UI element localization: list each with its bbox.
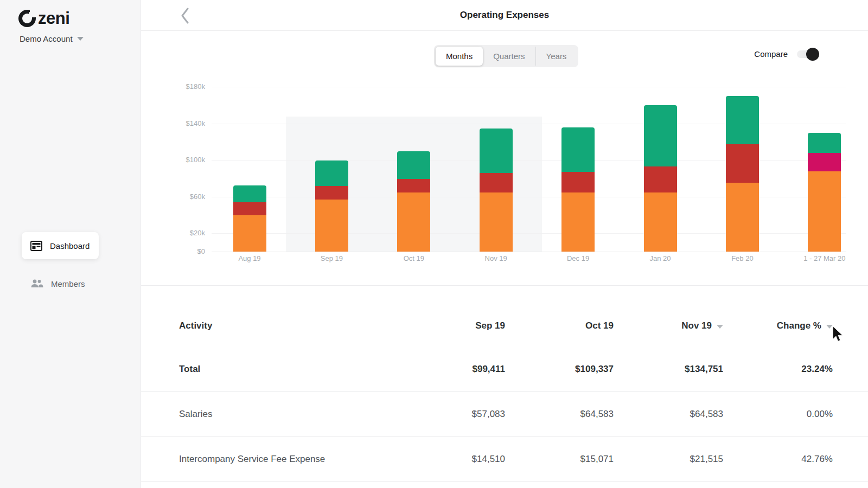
- bar-segment-aug-19[interactable]: [233, 202, 266, 215]
- tab-years[interactable]: Years: [535, 47, 577, 66]
- back-button[interactable]: [177, 7, 193, 25]
- value-cell: $15,071: [505, 454, 614, 465]
- value-cell: $21,515: [614, 454, 723, 465]
- bar-segment-1---27-mar-20[interactable]: [808, 153, 841, 171]
- bar-segment-1---27-mar-20[interactable]: [808, 133, 841, 152]
- activity-cell: Intercompany Service Fee Expense: [179, 454, 397, 465]
- bar-segment-dec-19[interactable]: [561, 127, 595, 172]
- tab-quarters[interactable]: Quarters: [483, 47, 535, 66]
- activity-cell: Salaries: [179, 409, 397, 420]
- value-cell: $14,510: [397, 454, 505, 465]
- value-cell: $64,583: [505, 409, 614, 420]
- table-header-cell-change--[interactable]: Change %: [723, 320, 833, 331]
- y-axis-tick-label: $60k: [163, 192, 205, 201]
- column-header-label: Change %: [777, 320, 821, 331]
- bar-segment-dec-19[interactable]: [561, 172, 595, 192]
- table-body: Total$99,411$109,337$134,75123.24%Salari…: [141, 347, 868, 482]
- gridline: [212, 87, 846, 87]
- y-axis-tick-label: $20k: [163, 229, 205, 237]
- zeni-logo: zeni: [18, 9, 69, 28]
- value-cell: $64,583: [614, 409, 723, 420]
- page-title: Operating Expenses: [460, 10, 549, 21]
- table-header-cell-sep-19: Sep 19: [397, 320, 505, 331]
- column-header-label: Sep 19: [475, 320, 505, 331]
- x-axis-tick-label: Dec 19: [535, 254, 622, 262]
- sort-caret-icon: [717, 325, 723, 329]
- x-axis-tick-label: Aug 19: [206, 254, 293, 262]
- sidebar-item-dashboard[interactable]: Dashboard: [22, 232, 99, 259]
- account-name: Demo Account: [20, 34, 73, 43]
- bar-segment-dec-19[interactable]: [561, 192, 595, 252]
- members-icon: [30, 279, 43, 288]
- bar-segment-1---27-mar-20[interactable]: [808, 171, 841, 252]
- compare-toggle[interactable]: [797, 50, 818, 58]
- sidebar-item-label: Members: [51, 279, 85, 288]
- value-cell: $99,411: [397, 364, 505, 375]
- value-cell: 23.24%: [723, 364, 833, 375]
- main-content: Operating Expenses MonthsQuartersYears C…: [141, 0, 868, 488]
- value-cell: $57,083: [397, 409, 505, 420]
- value-cell: $134,751: [614, 364, 723, 375]
- activity-cell: Total: [179, 364, 397, 375]
- topbar: Operating Expenses: [141, 0, 868, 31]
- gridline: [212, 252, 846, 252]
- table-header-cell-nov-19[interactable]: Nov 19: [614, 320, 723, 331]
- bar-segment-nov-19[interactable]: [480, 173, 513, 192]
- table-row-salaries[interactable]: Salaries$57,083$64,583$64,5830.00%: [141, 392, 868, 437]
- zeni-logo-text: zeni: [38, 9, 69, 28]
- bar-segment-oct-19[interactable]: [397, 192, 430, 252]
- x-axis-tick-label: 1 - 27 Mar 20: [781, 254, 868, 262]
- x-axis-tick-label: Nov 19: [452, 254, 539, 262]
- bar-segment-jan-20[interactable]: [644, 105, 677, 166]
- bar-segment-jan-20[interactable]: [644, 166, 677, 192]
- toggle-knob: [806, 48, 819, 61]
- sidebar: zeni Demo Account Dashboard Members: [0, 0, 141, 488]
- x-axis-tick-label: Feb 20: [699, 254, 786, 262]
- sort-caret-icon: [826, 325, 833, 329]
- sidebar-item-members[interactable]: Members: [30, 275, 85, 292]
- value-cell: 0.00%: [723, 409, 833, 420]
- bar-segment-sep-19[interactable]: [315, 186, 348, 199]
- bar-segment-feb-20[interactable]: [726, 183, 759, 252]
- compare-label: Compare: [754, 49, 788, 59]
- value-cell: $109,337: [505, 364, 614, 375]
- dashboard-icon: [30, 241, 42, 251]
- sidebar-item-label: Dashboard: [50, 241, 90, 251]
- bar-segment-oct-19[interactable]: [397, 151, 430, 178]
- compare-control: Compare: [754, 49, 818, 59]
- expenses-table: ActivitySep 19Oct 19Nov 19Change % Total…: [141, 286, 868, 482]
- account-selector[interactable]: Demo Account: [20, 34, 84, 43]
- column-header-label: Oct 19: [585, 320, 614, 331]
- y-axis-tick-label: $140k: [163, 119, 205, 127]
- bar-segment-jan-20[interactable]: [644, 192, 677, 252]
- bar-segment-aug-19[interactable]: [233, 215, 266, 252]
- bar-segment-feb-20[interactable]: [726, 144, 759, 183]
- x-axis-tick-label: Sep 19: [288, 254, 375, 262]
- chevron-left-icon: [181, 8, 189, 24]
- bar-segment-sep-19[interactable]: [315, 160, 348, 186]
- bar-segment-sep-19[interactable]: [315, 200, 348, 252]
- bar-segment-oct-19[interactable]: [397, 179, 430, 192]
- column-header-label: Activity: [179, 320, 212, 331]
- column-header-label: Nov 19: [681, 320, 712, 331]
- tab-months[interactable]: Months: [436, 47, 483, 66]
- y-axis-tick-label: $180k: [163, 82, 205, 91]
- chart-section: MonthsQuartersYears Compare $0$20k$60k$1…: [141, 31, 868, 286]
- bar-segment-feb-20[interactable]: [726, 96, 759, 144]
- y-axis-tick-label: $0: [163, 247, 205, 255]
- table-row-total[interactable]: Total$99,411$109,337$134,75123.24%: [141, 347, 868, 392]
- table-row-intercompany-service-fee-expense[interactable]: Intercompany Service Fee Expense$14,510$…: [141, 437, 868, 482]
- x-axis-tick-label: Oct 19: [371, 254, 457, 262]
- period-tabs: MonthsQuartersYears: [434, 45, 578, 67]
- table-header-cell-oct-19: Oct 19: [505, 320, 614, 331]
- bar-segment-nov-19[interactable]: [480, 129, 513, 173]
- value-cell: 42.76%: [723, 454, 833, 465]
- table-header-cell-activity: Activity: [179, 320, 397, 331]
- zeni-logo-icon: [18, 10, 36, 27]
- y-axis-tick-label: $100k: [163, 156, 205, 164]
- chevron-down-icon: [77, 37, 84, 41]
- bar-segment-nov-19[interactable]: [480, 192, 513, 252]
- x-axis-tick-label: Jan 20: [617, 254, 704, 262]
- bar-segment-aug-19[interactable]: [233, 185, 266, 202]
- table-header-row: ActivitySep 19Oct 19Nov 19Change %: [141, 286, 868, 347]
